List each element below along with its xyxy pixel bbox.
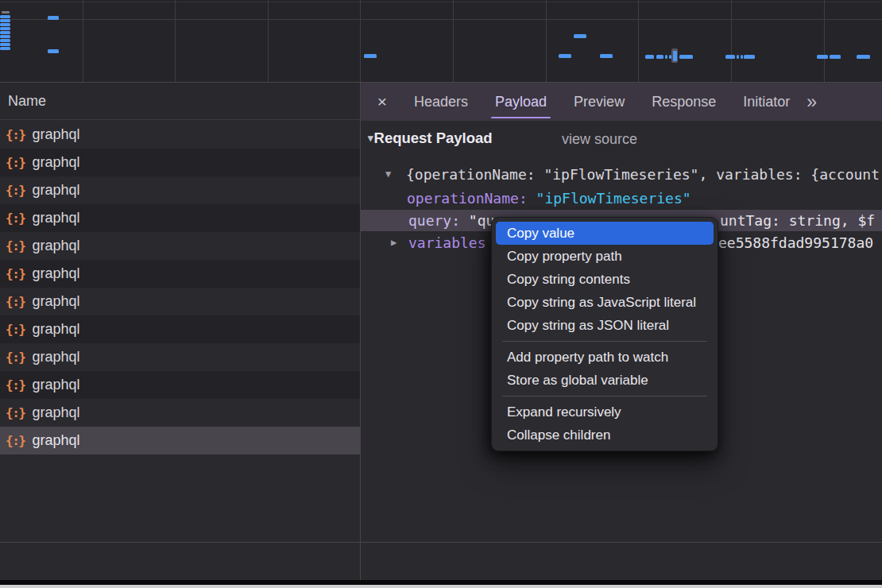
request-row-graphql[interactable]: {:}graphql <box>0 204 360 232</box>
request-timing-bar <box>0 27 10 30</box>
overview-gridline <box>453 0 454 82</box>
request-row-graphql[interactable]: {:}graphql <box>0 288 360 315</box>
overview-gridline <box>175 0 176 82</box>
property-key: operationName: <box>407 190 536 207</box>
property-value: "ipFlowTimeseries" <box>536 190 691 207</box>
property-key: query: <box>408 212 469 229</box>
request-row-graphql[interactable]: {:}graphql <box>0 232 360 260</box>
overview-gridline <box>268 0 269 82</box>
json-braces-icon: {:} <box>6 322 25 337</box>
menu-item-copy-property-path[interactable]: Copy property path <box>496 245 714 268</box>
json-braces-icon: {:} <box>6 266 25 281</box>
expand-triangle-icon[interactable]: ▼ <box>385 164 391 185</box>
request-timing-bar <box>48 16 59 20</box>
property-key: variables <box>408 234 486 251</box>
more-tabs-icon[interactable]: » <box>807 83 817 121</box>
json-braces-icon: {:} <box>6 155 25 170</box>
request-timing-bar <box>741 55 743 59</box>
request-name-label: graphql <box>32 321 79 338</box>
request-name-label: graphql <box>32 377 79 393</box>
tab-response[interactable]: Response <box>638 83 729 121</box>
overview-gridline <box>83 0 83 82</box>
request-timing-bar <box>0 31 10 34</box>
request-name-label: graphql <box>32 154 79 171</box>
request-timing-bar <box>0 47 10 50</box>
payload-row-variables[interactable]: variables <box>408 232 486 253</box>
menu-item-copy-string-contents[interactable]: Copy string contents <box>496 268 714 291</box>
request-timing-bar <box>0 23 10 26</box>
request-name-label: graphql <box>32 238 79 254</box>
request-row-graphql[interactable]: {:}graphql <box>0 371 360 399</box>
menu-item-collapse-children[interactable]: Collapse children <box>496 424 714 447</box>
request-row-graphql[interactable]: {:}graphql <box>0 399 360 427</box>
payload-object-preview[interactable]: {operationName: "ipFlowTimeseries", vari… <box>406 164 882 185</box>
request-timing-bar <box>665 55 667 59</box>
selected-request-marker-bar <box>673 51 677 61</box>
overview-gridline <box>824 0 825 82</box>
menu-item-copy-string-as-json-literal[interactable]: Copy string as JSON literal <box>496 314 714 337</box>
network-overview[interactable] <box>0 0 882 83</box>
request-payload-section-title[interactable]: ▾Request Payload <box>368 130 493 147</box>
json-braces-icon: {:} <box>6 433 25 448</box>
payload-row-operationname[interactable]: operationName: "ipFlowTimeseries" <box>407 188 691 209</box>
menu-divider <box>502 396 707 397</box>
view-source-link[interactable]: view source <box>562 131 637 148</box>
close-icon[interactable]: × <box>372 83 393 121</box>
request-timing-bar <box>48 49 59 53</box>
page-background-strip <box>0 585 882 588</box>
overview-gridline <box>546 0 547 82</box>
tab-headers[interactable]: Headers <box>400 83 482 121</box>
request-row-graphql[interactable]: {:}graphql <box>0 149 360 176</box>
request-timing-bar <box>744 55 755 59</box>
request-row-graphql[interactable]: {:}graphql <box>0 315 360 343</box>
request-timing-bar <box>737 55 739 59</box>
payload-row-query[interactable]: query: "qu <box>408 210 494 231</box>
json-braces-icon: {:} <box>6 211 25 226</box>
menu-item-store-as-global-variable[interactable]: Store as global variable <box>496 369 714 392</box>
request-timing-bar <box>364 54 377 58</box>
request-timing-bar <box>857 55 870 59</box>
request-timing-bar <box>600 54 613 58</box>
request-row-graphql[interactable]: {:}graphql <box>0 427 360 455</box>
menu-item-copy-string-as-javascript-literal[interactable]: Copy string as JavaScript literal <box>496 291 714 314</box>
request-timing-bar <box>656 55 663 59</box>
name-column-header[interactable]: Name <box>0 83 360 120</box>
request-row-graphql[interactable]: {:}graphql <box>0 176 360 204</box>
tab-initiator[interactable]: Initiator <box>729 83 803 121</box>
json-braces-icon: {:} <box>6 238 25 253</box>
request-timing-bar <box>830 55 841 59</box>
request-name-label: graphql <box>32 432 79 449</box>
variables-value-fragment: ee5588fdad995178a0 <box>718 232 873 253</box>
tab-payload[interactable]: Payload <box>482 83 560 121</box>
detail-tabbar: × HeadersPayloadPreviewResponseInitiator… <box>361 83 882 121</box>
request-timing-bar <box>679 55 693 59</box>
request-row-graphql[interactable]: {:}graphql <box>0 343 360 371</box>
request-name-label: graphql <box>32 126 79 143</box>
menu-item-copy-value[interactable]: Copy value <box>496 222 714 245</box>
request-timing-bar <box>0 15 10 18</box>
request-row-graphql[interactable]: {:}graphql <box>0 121 360 149</box>
name-column-label: Name <box>8 93 46 110</box>
json-braces-icon: {:} <box>6 183 25 198</box>
request-name-label: graphql <box>32 182 79 199</box>
overview-gridline <box>0 19 882 20</box>
request-name-label: graphql <box>32 265 79 282</box>
footer-divider <box>0 542 882 543</box>
menu-item-add-property-path-to-watch[interactable]: Add property path to watch <box>496 346 714 369</box>
tab-preview[interactable]: Preview <box>560 83 638 121</box>
overview-gridline <box>638 0 639 82</box>
request-name-label: graphql <box>32 404 79 421</box>
menu-divider <box>502 341 707 342</box>
request-row-graphql[interactable]: {:}graphql <box>0 260 360 288</box>
request-timing-bar <box>645 55 654 59</box>
request-timing-bar <box>574 34 586 38</box>
collapsed-triangle-icon[interactable]: ▶ <box>391 232 397 253</box>
request-timing-bar <box>0 43 10 46</box>
request-list: {:}graphql{:}graphql{:}graphql{:}graphql… <box>0 121 360 455</box>
menu-item-expand-recursively[interactable]: Expand recursively <box>496 400 714 424</box>
request-timing-bar <box>725 55 735 59</box>
json-braces-icon: {:} <box>6 377 25 393</box>
section-collapse-triangle-icon[interactable]: ▾ <box>368 132 373 144</box>
overview-gridline <box>731 0 732 82</box>
selected-request-marker <box>671 48 678 63</box>
